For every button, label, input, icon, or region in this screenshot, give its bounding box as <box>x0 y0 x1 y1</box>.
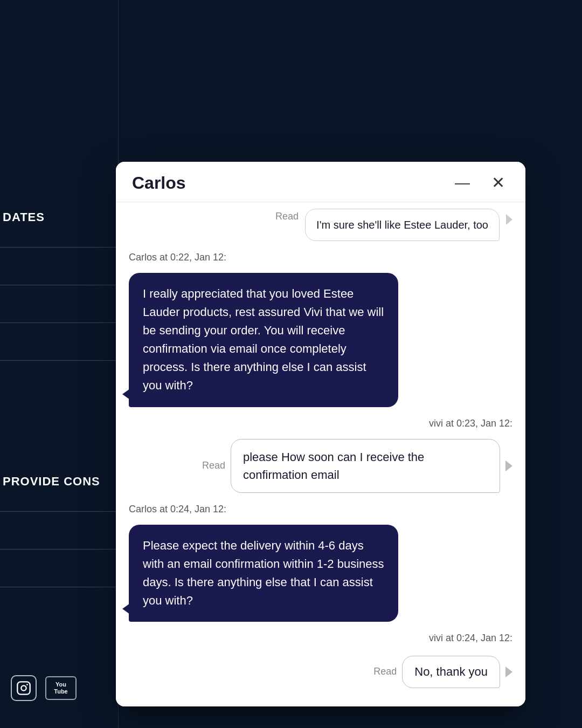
msg4-bubble: Please expect the delivery within 4-6 da… <box>129 525 398 622</box>
svg-point-2 <box>26 684 28 685</box>
msg5-wrap: Read No, thank you <box>129 656 512 688</box>
sidebar-label-dates: DATES <box>3 210 45 224</box>
msg5-bubble: No, thank you <box>402 656 500 688</box>
msg5-arrow <box>505 667 512 677</box>
msg1-bubble: I'm sure she'll like Estee Lauder, too <box>305 209 500 241</box>
youtube-icon[interactable]: You Tube <box>45 676 77 700</box>
chat-title: Carlos <box>132 173 186 193</box>
chat-body: Read I'm sure she'll like Estee Lauder, … <box>116 202 525 706</box>
msg2-wrap: I really appreciated that you loved Este… <box>129 273 512 407</box>
chat-header: Carlos — ✕ <box>116 162 525 202</box>
msg3-arrow <box>505 461 512 471</box>
svg-point-1 <box>21 685 26 690</box>
msg3-timestamp: vivi at 0:23, Jan 12: <box>129 418 512 429</box>
h-line-3 <box>0 322 119 323</box>
sidebar-label-provide: PROVIDE CONS <box>3 475 100 489</box>
youtube-line1: You <box>56 681 66 688</box>
h-line-6 <box>0 549 119 550</box>
msg1-partial: Read I'm sure she'll like Estee Lauder, … <box>129 209 512 241</box>
svg-rect-0 <box>17 682 30 694</box>
chat-modal: Carlos — ✕ Read I'm sure she'll like Est… <box>116 162 525 706</box>
msg3-wrap: Read please How soon can I receive the c… <box>129 439 512 493</box>
h-line-7 <box>0 587 119 587</box>
close-button[interactable]: ✕ <box>487 173 509 193</box>
social-icons: You Tube <box>11 675 77 701</box>
chat-header-controls: — ✕ <box>451 173 509 193</box>
msg4-timestamp: Carlos at 0:24, Jan 12: <box>129 504 512 515</box>
h-line-1 <box>0 247 119 248</box>
msg5-timestamp: vivi at 0:24, Jan 12: <box>129 633 512 644</box>
youtube-line2: Tube <box>54 688 67 695</box>
msg1-read-label: Read <box>275 211 299 222</box>
msg3-bubble: please How soon can I receive the confir… <box>231 439 500 493</box>
msg4-wrap: Please expect the delivery within 4-6 da… <box>129 525 512 622</box>
msg3-read-label: Read <box>202 460 225 471</box>
sidebar: DATES PROVIDE CONS <box>0 0 119 728</box>
instagram-icon[interactable] <box>11 675 37 701</box>
h-line-4 <box>0 360 119 361</box>
msg1-arrow <box>506 214 512 225</box>
h-line-2 <box>0 285 119 285</box>
msg2-bubble: I really appreciated that you loved Este… <box>129 273 398 407</box>
h-line-5 <box>0 511 119 512</box>
msg2-timestamp: Carlos at 0:22, Jan 12: <box>129 252 512 263</box>
msg5-read-label: Read <box>373 666 397 677</box>
minimize-button[interactable]: — <box>451 173 474 193</box>
